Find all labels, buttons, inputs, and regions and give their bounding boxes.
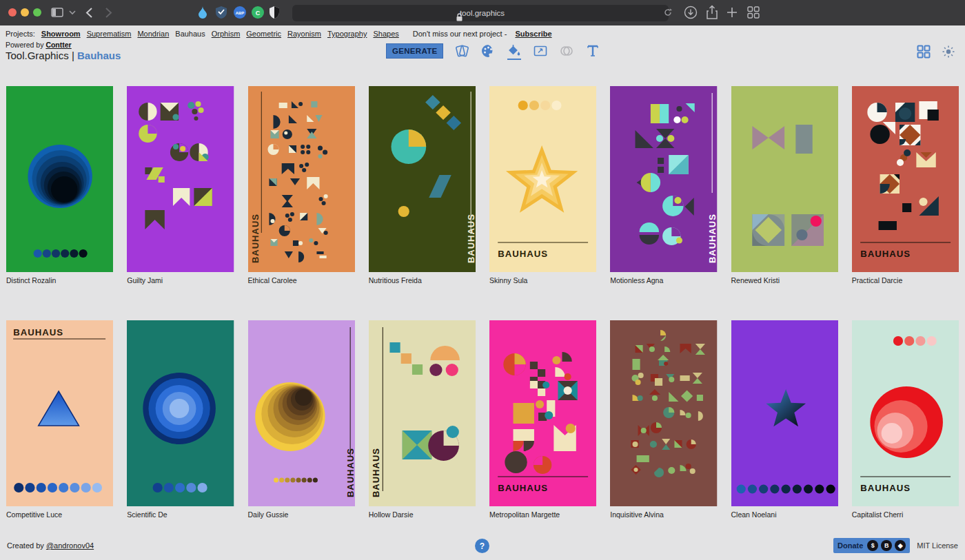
poster-label: BAUHAUS xyxy=(345,448,355,497)
nav-item-geometric[interactable]: Geometric xyxy=(246,30,281,38)
frame-size-icon[interactable] xyxy=(533,42,548,60)
poster-card[interactable]: BAUHAUSCapitalist Cherri xyxy=(852,320,959,519)
poster-art: BAUHAUS xyxy=(6,320,113,506)
help-button[interactable]: ? xyxy=(475,539,489,553)
extension-drop-icon[interactable] xyxy=(197,6,208,19)
poster-name: Practical Darcie xyxy=(852,276,959,284)
active-tool-indicator xyxy=(507,59,521,60)
poster-card[interactable]: BAUHAUSPractical Darcie xyxy=(852,86,959,284)
theme-sun-icon[interactable] xyxy=(942,45,955,59)
poster-art xyxy=(127,320,234,506)
download-icon[interactable] xyxy=(684,6,698,19)
projects-nav: Projects:ShowroomSuprematismMondrianBauh… xyxy=(0,25,965,39)
extension-abp-icon[interactable]: ABP xyxy=(233,6,247,19)
poster-card[interactable]: Scientific De xyxy=(127,320,234,519)
back-icon[interactable] xyxy=(85,7,93,19)
poster-name: Daily Gussie xyxy=(248,510,355,519)
poster-card[interactable]: BAUHAUSMetropolitan Margette xyxy=(489,320,596,519)
url-text: tool.graphics xyxy=(460,9,505,17)
subscribe-link[interactable]: Subscribe xyxy=(515,30,551,38)
address-bar[interactable]: tool.graphics xyxy=(292,5,669,21)
minimize-button[interactable] xyxy=(21,8,29,17)
svg-text:C: C xyxy=(256,10,261,17)
poster-name: Motionless Agna xyxy=(610,276,717,284)
nav-item-typography[interactable]: Typography xyxy=(327,30,367,38)
poster-card[interactable]: BAUHAUSHollow Darsie xyxy=(369,320,476,519)
author-link[interactable]: @andronov04 xyxy=(46,541,94,550)
poster-card[interactable]: BAUHAUSMotionless Agna xyxy=(610,86,717,284)
poster-name: Renewed Kristi xyxy=(731,276,838,284)
poster-label: BAUHAUS xyxy=(250,214,261,263)
nav-item-showroom[interactable]: Showroom xyxy=(41,30,81,38)
dollar-icon: $ xyxy=(867,540,878,551)
poster-card[interactable]: Clean Noelani xyxy=(731,320,838,519)
license-text: MIT License xyxy=(917,541,958,550)
palette-icon[interactable] xyxy=(480,42,496,60)
screen: ABP C tool.graphics xyxy=(0,0,965,560)
extension-clearurls-icon[interactable]: C xyxy=(251,6,265,19)
svg-text:ABP: ABP xyxy=(236,11,245,15)
shapes-shuffle-icon[interactable] xyxy=(454,42,469,60)
browser-chrome: ABP C tool.graphics xyxy=(0,0,965,25)
poster-name: Inquisitive Alvina xyxy=(610,510,717,519)
nav-item-shapes[interactable]: Shapes xyxy=(373,30,398,38)
site-title: Tool.Graphics xyxy=(6,50,69,61)
poster-card[interactable]: Distinct Rozalin xyxy=(6,86,113,284)
page-header: Powered by Contter Tool.Graphics | Bauha… xyxy=(0,39,965,71)
poster-art: BAUHAUS xyxy=(852,320,959,506)
poster-grid: Distinct RozalinGuilty JamiBAUHAUSEthica… xyxy=(0,71,965,519)
extension-shield-check-icon[interactable] xyxy=(215,6,227,19)
poster-card[interactable]: BAUHAUSNutritious Freida xyxy=(369,86,476,284)
poster-art: BAUHAUS xyxy=(489,86,596,272)
title-separator: | xyxy=(72,50,74,61)
chevron-down-icon[interactable] xyxy=(69,10,76,15)
forward-icon[interactable] xyxy=(105,7,112,19)
sidebar-icon[interactable] xyxy=(51,8,63,17)
tab-overview-icon[interactable] xyxy=(747,6,760,19)
poster-name: Guilty Jami xyxy=(127,276,234,284)
poster-name: Nutritious Freida xyxy=(369,276,476,284)
poster-name: Ethical Carolee xyxy=(248,276,355,284)
poster-name: Competitive Luce xyxy=(6,510,113,519)
close-button[interactable] xyxy=(8,8,17,17)
contter-link[interactable]: Contter xyxy=(45,41,71,49)
poster-name: Skinny Sula xyxy=(489,276,596,284)
poster-card[interactable]: Guilty Jami xyxy=(127,86,234,284)
nav-item-mondrian[interactable]: Mondrian xyxy=(137,30,169,38)
poster-name: Capitalist Cherri xyxy=(852,510,959,519)
poster-card[interactable]: BAUHAUSDaily Gussie xyxy=(248,320,355,519)
nav-item-rayonism[interactable]: Rayonism xyxy=(287,30,321,38)
text-tool-icon[interactable] xyxy=(585,42,600,60)
poster-label: BAUHAUS xyxy=(466,214,476,263)
poster-card[interactable]: BAUHAUSCompetitive Luce xyxy=(6,320,113,519)
layout-grid-icon[interactable] xyxy=(917,45,931,59)
generate-button[interactable]: GENERATE xyxy=(386,43,443,59)
extension-privacy-shield-icon[interactable] xyxy=(269,6,280,19)
project-subtitle: Bauhaus xyxy=(77,50,121,61)
nav-item-bauhaus[interactable]: Bauhaus xyxy=(175,30,205,38)
poster-name: Hollow Darsie xyxy=(369,510,476,519)
poster-card[interactable]: Renewed Kristi xyxy=(731,86,838,284)
header-right-controls xyxy=(917,45,955,59)
ethereum-icon: ◆ xyxy=(895,540,906,551)
nav-item-orphism[interactable]: Orphism xyxy=(212,30,241,38)
poster-label: BAUHAUS xyxy=(860,249,911,259)
new-tab-icon[interactable] xyxy=(727,7,738,18)
fill-color-icon[interactable] xyxy=(507,42,522,60)
created-by: Created by @andronov04 xyxy=(7,541,94,550)
poster-art: BAUHAUS xyxy=(369,86,476,272)
nav-item-suprematism[interactable]: Suprematism xyxy=(87,30,132,38)
poster-art: BAUHAUS xyxy=(369,320,476,506)
poster-art xyxy=(127,86,234,272)
poster-label: BAUHAUS xyxy=(860,483,911,493)
share-icon[interactable] xyxy=(706,5,718,20)
bitcoin-icon: B xyxy=(881,540,892,551)
projects-label: Projects: xyxy=(6,30,35,38)
poster-card[interactable]: BAUHAUSEthical Carolee xyxy=(248,86,355,284)
poster-name: Distinct Rozalin xyxy=(6,276,113,284)
poster-card[interactable]: Inquisitive Alvina xyxy=(610,320,717,519)
donate-button[interactable]: Donate $ B ◆ xyxy=(833,538,910,553)
fullscreen-button[interactable] xyxy=(33,8,41,17)
poster-card[interactable]: BAUHAUSSkinny Sula xyxy=(489,86,596,284)
poster-name: Metropolitan Margette xyxy=(489,510,596,519)
